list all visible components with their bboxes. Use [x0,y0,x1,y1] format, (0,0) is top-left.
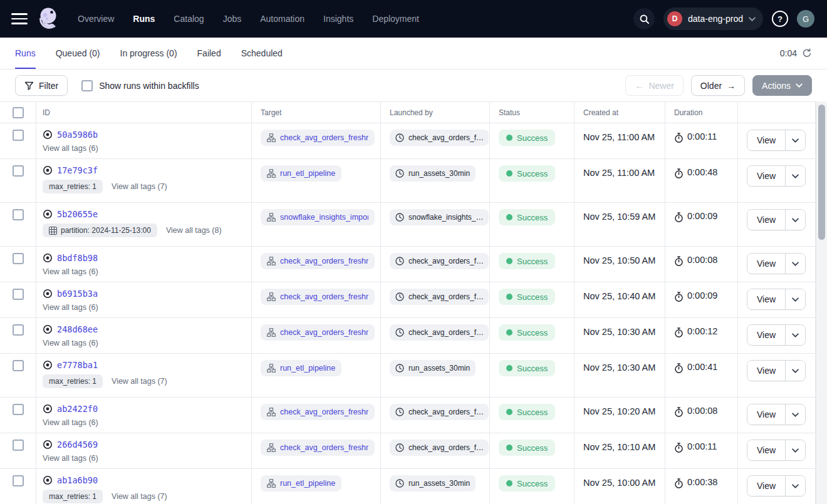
run-id-link[interactable]: ab2422f0 [57,404,98,414]
workspace-switcher[interactable]: D data-eng-prod [663,8,763,30]
dagster-logo-icon[interactable] [36,6,61,31]
launched-by-pill[interactable]: check_avg_orders_f… [390,289,489,305]
row-checkbox[interactable] [13,404,24,415]
older-button[interactable]: Older → [691,75,745,96]
view-all-tags-link[interactable]: View all tags (6) [43,418,98,427]
nav-jobs[interactable]: Jobs [223,14,242,24]
launched-by-pill[interactable]: run_assets_30min [390,475,476,491]
view-run-button[interactable]: View [747,325,785,345]
run-id-link[interactable]: 266d4569 [57,440,98,450]
target-pill[interactable]: run_etl_pipeline [261,360,341,376]
target-pill[interactable]: check_avg_orders_freshne [261,289,375,305]
view-run-button[interactable]: View [747,404,785,424]
target-pill[interactable]: check_avg_orders_freshne [261,404,375,420]
nav-deployment[interactable]: Deployment [372,14,419,24]
view-run-button[interactable]: View [747,361,785,381]
run-id-link[interactable]: ab1a6b90 [57,475,98,485]
view-dropdown-button[interactable] [785,254,805,274]
view-all-tags-link[interactable]: View all tags (7) [112,182,167,191]
view-dropdown-button[interactable] [785,476,805,496]
view-all-tags-link[interactable]: View all tags (8) [166,226,222,235]
launched-by-pill[interactable]: check_avg_orders_f… [390,324,489,341]
launched-by-pill[interactable]: check_avg_orders_f… [390,253,489,269]
run-id-link[interactable]: 50a5986b [57,130,98,140]
view-run-button[interactable]: View [747,476,785,496]
target-pill[interactable]: run_etl_pipeline [261,475,341,491]
row-checkbox[interactable] [13,324,24,336]
run-id-link[interactable]: 17e79c3f [57,165,98,175]
row-checkbox[interactable] [13,209,24,220]
view-all-tags-link[interactable]: View all tags (7) [112,492,167,501]
view-run-button[interactable]: View [747,210,785,230]
backfills-checkbox[interactable] [81,80,93,91]
tab-runs[interactable]: Runs [15,38,36,69]
nav-catalog[interactable]: Catalog [174,14,204,24]
tab-scheduled[interactable]: Scheduled [241,38,283,69]
view-dropdown-button[interactable] [785,130,805,150]
user-avatar[interactable]: G [797,10,814,28]
run-id-link[interactable]: e7778ba1 [57,360,98,370]
filter-button[interactable]: Filter [15,75,68,96]
view-dropdown-button[interactable] [785,210,805,230]
select-all-checkbox[interactable] [13,107,24,118]
target-pill[interactable]: run_etl_pipeline [261,165,341,182]
tab-in-progress[interactable]: In progress (0) [120,38,177,69]
tag-pill[interactable]: max_retries: 1 [43,490,103,503]
launched-by-pill[interactable]: check_avg_orders_f… [390,440,489,456]
launched-by-pill[interactable]: snowflake_insights_… [390,209,489,225]
view-run-button[interactable]: View [747,254,785,274]
tag-pill[interactable]: partition: 2024-11-25-13:00 [43,224,157,237]
run-id-link[interactable]: 8bdf8b98 [57,253,98,263]
view-all-tags-link[interactable]: View all tags (7) [112,377,167,386]
view-run-button[interactable]: View [747,289,785,309]
target-pill[interactable]: snowflake_insights_import [261,209,375,225]
nav-insights[interactable]: Insights [323,14,353,24]
launched-by-pill[interactable]: run_assets_30min [390,360,476,376]
view-all-tags-link[interactable]: View all tags (6) [43,339,98,347]
tag-pill[interactable]: max_retries: 1 [43,180,103,193]
launched-by-pill[interactable]: check_avg_orders_f… [390,404,489,420]
view-dropdown-button[interactable] [785,325,805,345]
view-all-tags-link[interactable]: View all tags (6) [43,144,98,153]
target-pill[interactable]: check_avg_orders_freshne [261,253,375,269]
actions-button[interactable]: Actions [752,75,812,96]
view-dropdown-button[interactable] [785,361,805,381]
newer-button[interactable]: ← Newer [625,75,683,96]
target-pill[interactable]: check_avg_orders_freshne [261,440,375,456]
row-checkbox[interactable] [13,130,24,141]
view-dropdown-button[interactable] [785,404,805,424]
tab-queued[interactable]: Queued (0) [56,38,100,69]
view-dropdown-button[interactable] [785,289,805,309]
search-button[interactable] [633,8,655,29]
launched-by-pill[interactable]: run_assets_30min [390,165,476,182]
run-id-link[interactable]: 248d68ee [57,324,98,334]
view-run-button[interactable]: View [747,130,785,150]
view-dropdown-button[interactable] [785,440,805,460]
view-all-tags-link[interactable]: View all tags (6) [43,303,98,312]
view-all-tags-link[interactable]: View all tags (6) [43,267,98,276]
target-pill[interactable]: check_avg_orders_freshne [261,324,375,341]
row-checkbox[interactable] [13,253,24,264]
row-checkbox[interactable] [13,289,24,300]
scrollbar-track[interactable] [816,101,827,504]
run-id-link[interactable]: 5b20655e [57,209,98,219]
row-checkbox[interactable] [13,440,24,451]
view-all-tags-link[interactable]: View all tags (6) [43,454,98,463]
row-checkbox[interactable] [13,360,24,371]
target-pill[interactable]: check_avg_orders_freshne [261,130,375,146]
help-button[interactable]: ? [772,11,788,27]
view-run-button[interactable]: View [747,166,785,186]
view-dropdown-button[interactable] [785,166,805,186]
tab-failed[interactable]: Failed [197,38,221,69]
hamburger-menu-icon[interactable] [11,13,28,24]
tag-pill[interactable]: max_retries: 1 [43,374,103,388]
row-checkbox[interactable] [13,475,24,486]
run-id-link[interactable]: b6915b3a [57,289,98,299]
nav-automation[interactable]: Automation [260,14,304,24]
nav-runs[interactable]: Runs [133,14,155,24]
row-checkbox[interactable] [13,165,24,177]
refresh-icon[interactable] [802,48,812,58]
nav-overview[interactable]: Overview [78,14,114,24]
scrollbar-thumb[interactable] [818,105,825,240]
view-run-button[interactable]: View [747,440,785,460]
